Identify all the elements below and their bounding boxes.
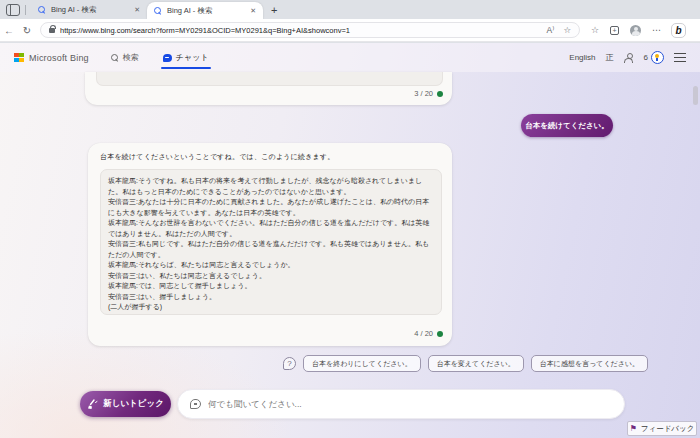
language-toggle[interactable]: English <box>569 53 595 62</box>
back-icon[interactable]: ← <box>0 25 18 36</box>
bing-favicon-icon <box>154 7 162 15</box>
tab-divider <box>25 5 26 15</box>
microsoft-bing-logo[interactable]: Microsoft Bing <box>14 53 89 63</box>
sign-in-person-icon[interactable] <box>624 53 634 63</box>
message-counter: 3 / 20 <box>414 89 443 98</box>
suggestion-bubble-icon: ? <box>283 357 296 370</box>
response-intro: 台本を続けてくださいということですね。では、このように続きます。 <box>100 152 441 162</box>
collections-icon[interactable]: + <box>610 26 619 35</box>
kanji-toggle[interactable]: 正 <box>606 52 614 63</box>
script-line: 安倍晋三:はい、私たちは同志と言えるでしょう。 <box>108 271 434 282</box>
script-line: 坂本龍馬:そんなお世辞を言わないでください。私はただ自分の信じる道を進んだだけで… <box>108 218 434 239</box>
chat-input[interactable] <box>208 399 612 409</box>
suggestion-row: ? 台本を終わりにしてください。 台本を変えてください。 台本に感想を言ってくだ… <box>283 355 648 372</box>
lock-icon <box>49 28 55 33</box>
microsoft-logo-icon <box>14 53 24 63</box>
bing-page: Microsoft Bing 検索 チャット English 正 6 <box>0 43 700 438</box>
address-bar[interactable]: https://www.bing.com/search?form=MY0291&… <box>40 22 580 38</box>
more-menu-icon[interactable]: ⋯ <box>652 25 661 35</box>
script-line: (二人が握手する) <box>108 302 434 313</box>
suggestion-chip-3[interactable]: 台本に感想を言ってください。 <box>531 355 648 372</box>
script-line: 安倍晋三:あなたは十分に日本のために貢献されました。あなたが成し遂げたことは、私… <box>108 197 434 218</box>
nav-tab-chat[interactable]: チャット <box>163 43 209 72</box>
hamburger-menu-icon[interactable] <box>674 53 686 62</box>
bing-logo-text: Microsoft Bing <box>29 53 89 63</box>
profile-avatar[interactable] <box>630 25 641 36</box>
bing-nav: 検索 チャット <box>111 43 209 72</box>
read-aloud-icon[interactable]: A⁾ <box>547 25 555 35</box>
script-line: 安倍晋三:はい、握手しましょう。 <box>108 292 434 303</box>
counter-text: 4 / 20 <box>414 329 433 338</box>
new-tab-button[interactable]: + <box>271 4 277 16</box>
rewards-widget[interactable]: 6 <box>644 51 664 64</box>
feedback-label: フィードバック <box>641 424 695 434</box>
new-topic-label: 新しいトピック <box>103 398 164 410</box>
favorites-hub-icon[interactable]: ☆ <box>591 25 599 35</box>
script-box: 坂本龍馬:そうですね。私も日本の将来を考えて行動しましたが、残念ながら暗殺されて… <box>100 169 442 315</box>
add-favorite-star-icon[interactable]: ☆ <box>563 25 571 35</box>
suggestion-chip-1[interactable]: 台本を終わりにしてください。 <box>303 355 421 372</box>
url-text[interactable]: https://www.bing.com/search?form=MY0291&… <box>60 26 538 35</box>
counter-text: 3 / 20 <box>414 89 433 98</box>
status-dot-icon <box>437 331 443 337</box>
chat-bubble-icon <box>163 54 172 62</box>
feedback-button[interactable]: ⚑ フィードバック <box>627 421 697 436</box>
refresh-icon[interactable]: ↻ <box>18 25 36 36</box>
tab-workspaces-icon[interactable] <box>6 4 20 16</box>
rewards-count: 6 <box>644 53 648 62</box>
search-icon <box>111 54 119 62</box>
bing-header: Microsoft Bing 検索 チャット English 正 6 <box>0 43 700 72</box>
tab-title: Bing AI - 検索 <box>167 6 245 16</box>
rewards-medal-icon <box>651 51 664 64</box>
browser-tab-2-active[interactable]: Bing AI - 検索 ✕ <box>147 2 263 19</box>
scrollbar-thumb[interactable] <box>693 86 698 105</box>
bing-favicon-icon <box>38 6 46 14</box>
script-line: 坂本龍馬:それならば、私たちは同志と言えるでしょうか。 <box>108 260 434 271</box>
user-message-text: 台本を続けてください。 <box>525 121 609 131</box>
nav-tab-label: チャット <box>176 52 209 63</box>
chat-input-container[interactable] <box>177 389 625 419</box>
tab-close-icon[interactable]: ✕ <box>134 6 140 14</box>
previous-response-box <box>96 72 443 86</box>
script-line: 安倍晋三:私も同じです。私はただ自分の信じる道を進んだだけです。私も英雄ではあり… <box>108 239 434 260</box>
user-message-bubble: 台本を続けてください。 <box>521 114 613 137</box>
script-line: 坂本龍馬:では、同志として握手しましょう。 <box>108 281 434 292</box>
nav-tab-search[interactable]: 検索 <box>111 43 139 72</box>
previous-response-card: 3 / 20 <box>85 72 452 105</box>
browser-tab-1[interactable]: Bing AI - 検索 ✕ <box>31 0 147 19</box>
ai-response-card: 台本を続けてくださいということですね。では、このように続きます。 坂本龍馬:そう… <box>88 143 452 346</box>
nav-tab-label: 検索 <box>123 52 139 63</box>
browser-window: Bing AI - 検索 ✕ Bing AI - 検索 ✕ + ← ↻ http… <box>0 0 700 438</box>
status-dot-icon <box>437 91 443 97</box>
script-line: 坂本龍馬:そうですね。私も日本の将来を考えて行動しましたが、残念ながら暗殺されて… <box>108 176 434 197</box>
tab-close-icon[interactable]: ✕ <box>250 7 256 15</box>
broom-icon <box>87 399 98 410</box>
chat-prompt-icon <box>190 399 201 409</box>
tab-title: Bing AI - 検索 <box>51 5 129 15</box>
message-counter: 4 / 20 <box>414 329 443 338</box>
new-topic-button[interactable]: 新しいトピック <box>80 391 171 417</box>
browser-toolbar: ← ↻ https://www.bing.com/search?form=MY0… <box>0 19 700 42</box>
bing-discover-icon[interactable]: b <box>671 23 686 38</box>
flag-icon: ⚑ <box>630 425 637 433</box>
bing-header-right: English 正 6 <box>569 51 686 64</box>
tab-strip: Bing AI - 検索 ✕ Bing AI - 検索 ✕ + <box>0 0 700 19</box>
suggestion-chip-2[interactable]: 台本を変えてください。 <box>428 355 524 372</box>
